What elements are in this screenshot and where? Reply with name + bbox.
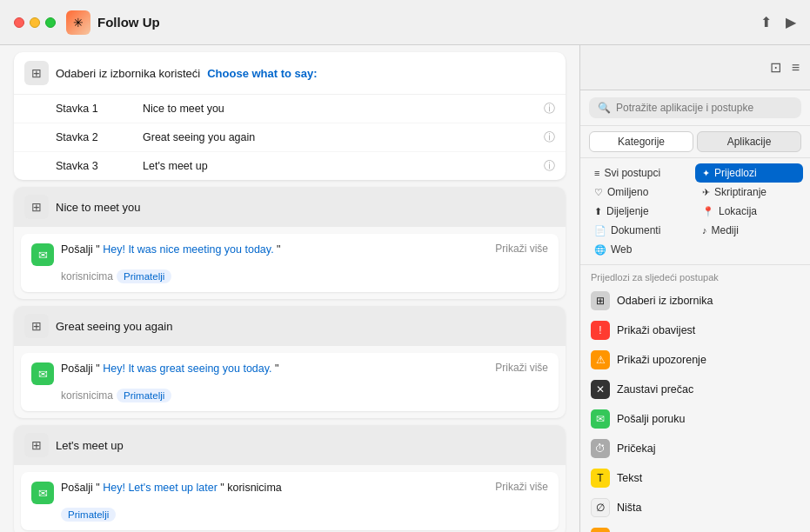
send-highlight-2[interactable]: Hey! It was great seeing you today. [103, 362, 271, 375]
send-suffix-1: " [277, 243, 280, 256]
category-scripting[interactable]: ✈ Skriptiranje [695, 183, 803, 202]
category-sharing-label: Dijeljenje [606, 205, 649, 217]
send-highlight-1[interactable]: Hey! It was nice meeting you today. [103, 243, 273, 256]
menu-row-2: Stavka 2 Great seeing you again ⓘ [14, 123, 566, 152]
sidebar-top-actions: ⊡ ≡ [580, 45, 810, 90]
suggestion-text[interactable]: T Tekst [580, 463, 810, 493]
branch-3-title: Let's meet up [56, 439, 124, 452]
branch-3-icon: ⊞ [24, 433, 49, 457]
suggestion-warning[interactable]: ⚠ Prikaži upozorenje [580, 345, 810, 375]
search-input-wrap: 🔍 [589, 97, 801, 118]
menu-select-header: ⊞ Odaberi iz izbornika koristeći Choose … [14, 52, 566, 95]
category-documents-label: Dokumenti [611, 224, 660, 236]
category-media-label: Mediji [712, 224, 739, 236]
send-prefix-1: Pošalji " [61, 243, 100, 256]
suggestion-menu[interactable]: ⊞ Odaberi iz izbornika [580, 286, 810, 316]
recipient-badge-3[interactable]: Primatelji [61, 508, 116, 522]
send-block-3: ✉ Pošalji " Hey! Let's meet up later " k… [21, 472, 559, 530]
suggestion-result-icon: ⊡ [591, 528, 610, 532]
send-prefix-2: Pošalji " [61, 362, 100, 375]
search-input[interactable] [616, 102, 793, 114]
send-block-2-top: ✉ Pošalji " Hey! It was great seeing you… [31, 362, 548, 385]
menu-row-2-label: Stavka 2 [56, 131, 143, 143]
suggestion-menu-label: Odaberi iz izbornika [617, 295, 713, 307]
send-block-2-bottom: korisnicima Primatelji [31, 389, 548, 402]
run-button[interactable]: ▶ [786, 14, 796, 30]
close-button[interactable] [14, 17, 24, 28]
suggestion-wait-label: Pričekaj [617, 442, 655, 455]
menu-row-1-info[interactable]: ⓘ [544, 101, 555, 116]
export-button[interactable]: ⬆ [760, 14, 772, 30]
branch-1-title: Nice to meet you [56, 201, 141, 214]
suggestion-nothing[interactable]: ∅ Ništa [580, 493, 810, 522]
recipient-badge-1[interactable]: Primatelji [117, 269, 171, 283]
suggestion-list: Prijedlozi za sljedeći postupak ⊞ Odaber… [580, 265, 810, 532]
maximize-button[interactable] [45, 17, 56, 28]
send-text-1: Pošalji " Hey! It was nice meeting you t… [61, 243, 488, 258]
branch-3-content: ✉ Pošalji " Hey! Let's meet up later " k… [14, 465, 566, 532]
sharing-icon: ⬆ [594, 206, 602, 217]
send-block-3-bottom: Primatelji [31, 508, 548, 522]
category-favorites-label: Omiljeno [607, 186, 648, 198]
menu-row-3-value: Let's meet up [143, 160, 544, 172]
branch-1-content: ✉ Pošalji " Hey! It was nice meeting you… [14, 227, 566, 299]
suggestion-notification[interactable]: ! Prikaži obavijest [580, 316, 810, 345]
menu-row-2-info[interactable]: ⓘ [544, 130, 555, 145]
branch-1-icon: ⊞ [24, 195, 49, 219]
suggestion-menu-icon: ⊞ [591, 291, 610, 310]
category-all[interactable]: ≡ Svi postupci [587, 163, 695, 183]
suggestion-text-icon: T [591, 469, 610, 488]
suggestion-stop-icon: ✕ [591, 380, 610, 399]
send-highlight-3[interactable]: Hey! Let's meet up later [103, 482, 218, 494]
category-location[interactable]: 📍 Lokacija [695, 202, 803, 221]
category-documents[interactable]: 📄 Dokumenti [587, 221, 695, 240]
menu-select-label-prefix: Odaberi iz izbornika koristeći [56, 67, 200, 80]
category-web-label: Web [611, 243, 632, 256]
menu-row-2-value: Great seeing you again [143, 131, 544, 143]
menu-row-1-label: Stavka 1 [56, 103, 143, 115]
sidebar-search: 🔍 [580, 90, 810, 126]
suggestion-send-icon: ✉ [591, 409, 610, 429]
minimize-button[interactable] [30, 17, 40, 28]
favorites-icon: ♡ [594, 187, 603, 198]
suggestion-notification-label: Prikaži obavijest [617, 324, 695, 336]
suggestion-warning-icon: ⚠ [591, 350, 610, 369]
tab-apps[interactable]: Aplikacije [697, 131, 801, 152]
traffic-lights [14, 17, 56, 28]
category-suggestions[interactable]: ✦ Prijedlozi [695, 163, 803, 183]
category-suggestions-label: Prijedlozi [714, 167, 757, 179]
show-more-1[interactable]: Prikaži više [495, 243, 548, 255]
app-icon: ✳ [66, 10, 90, 35]
window-title: Follow Up [97, 15, 760, 30]
branch-2-content: ✉ Pošalji " Hey! It was great seeing you… [14, 346, 566, 418]
location-icon: 📍 [702, 206, 714, 217]
suggestion-nothing-label: Ništa [617, 502, 641, 514]
branch-3: ⊞ Let's meet up ✉ Pošalji " Hey! Let's m… [14, 425, 566, 532]
show-more-3[interactable]: Prikaži više [495, 481, 548, 493]
suggestion-wait[interactable]: ⏱ Pričekaj [580, 434, 810, 463]
category-sharing[interactable]: ⬆ Dijeljenje [587, 202, 695, 221]
category-favorites[interactable]: ♡ Omiljeno [587, 183, 695, 202]
category-web[interactable]: 🌐 Web [587, 240, 695, 259]
suggestion-send-message[interactable]: ✉ Pošalji poruku [580, 404, 810, 434]
send-label-2: korisnicima [61, 389, 113, 402]
recipient-badge-2[interactable]: Primatelji [117, 389, 171, 402]
menu-row-3-info[interactable]: ⓘ [544, 158, 555, 174]
send-block-1-bottom: korisnicima Primatelji [31, 269, 548, 283]
send-label-1: korisnicima [61, 270, 113, 283]
suggestion-text-label: Tekst [617, 472, 642, 484]
branch-2-title: Great seeing you again [56, 320, 172, 333]
sidebar-settings-icon[interactable]: ≡ [792, 60, 800, 76]
branch-2-icon: ⊞ [24, 314, 49, 338]
suggestion-wait-icon: ⏱ [591, 439, 610, 458]
message-icon-3: ✉ [31, 482, 54, 504]
suggestion-result[interactable]: ⊡ Prikaži rezultat [580, 522, 810, 532]
tab-categories[interactable]: Kategorije [589, 131, 693, 152]
category-media[interactable]: ♪ Mediji [695, 221, 803, 240]
suggestion-stop[interactable]: ✕ Zaustavi prečac [580, 375, 810, 404]
menu-select-label-blue[interactable]: Choose what to say: [207, 67, 317, 80]
send-block-2: ✉ Pošalji " Hey! It was great seeing you… [21, 353, 559, 411]
show-more-2[interactable]: Prikaži više [495, 362, 548, 374]
sidebar-save-icon[interactable]: ⊡ [770, 59, 781, 76]
category-location-label: Lokacija [719, 205, 757, 217]
